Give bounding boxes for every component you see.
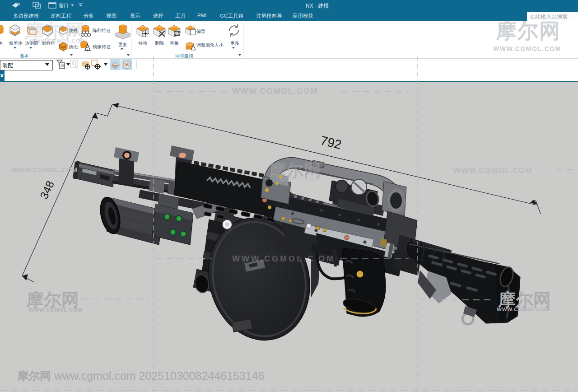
svg-text:792: 792 bbox=[319, 133, 343, 152]
svg-text:348: 348 bbox=[37, 179, 56, 201]
